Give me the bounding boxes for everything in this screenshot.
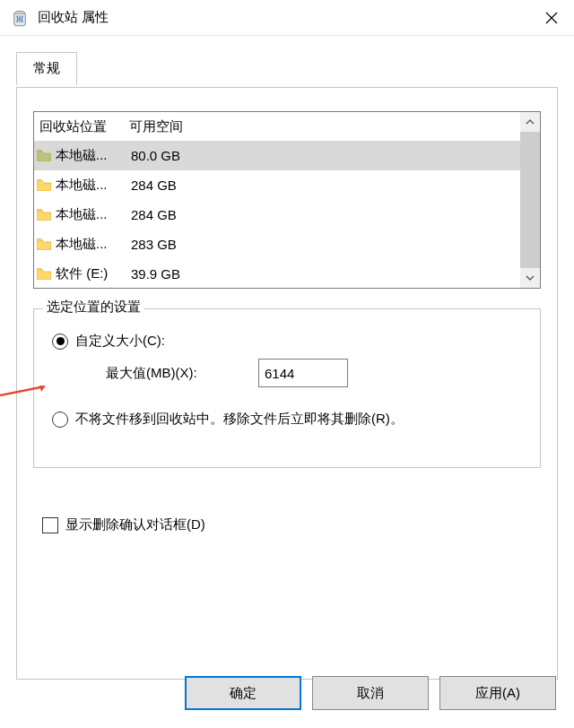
- table-row[interactable]: 本地磁...284 GB: [34, 200, 520, 230]
- row-space: 283 GB: [124, 237, 520, 252]
- scroll-thumb[interactable]: [520, 132, 540, 268]
- column-space[interactable]: 可用空间: [124, 118, 520, 135]
- row-name: 软件 (E:): [54, 265, 124, 282]
- radio-icon: [52, 334, 68, 350]
- row-space: 80.0 GB: [124, 148, 520, 163]
- row-space: 284 GB: [124, 207, 520, 222]
- radio-custom-size[interactable]: 自定义大小(C):: [52, 333, 527, 350]
- checkbox-confirm-label: 显示删除确认对话框(D): [65, 516, 205, 533]
- checkbox-icon: [42, 517, 58, 533]
- tab-divider: [16, 87, 558, 88]
- maxsize-row: 最大值(MB)(X):: [106, 359, 527, 387]
- drive-icon: [34, 150, 54, 161]
- row-space: 39.9 GB: [124, 266, 520, 282]
- tab-strip: 常规: [0, 36, 574, 88]
- table-row[interactable]: 软件 (E:)39.9 GB: [34, 259, 520, 288]
- checkbox-confirm-delete[interactable]: 显示删除确认对话框(D): [42, 516, 541, 533]
- window-title: 回收站 属性: [38, 9, 529, 26]
- row-name: 本地磁...: [54, 177, 124, 194]
- row-name: 本地磁...: [54, 147, 124, 164]
- maxsize-label: 最大值(MB)(X):: [106, 365, 258, 382]
- dialog-footer: 确定 取消 应用(A): [185, 676, 556, 710]
- drive-icon: [34, 268, 54, 280]
- close-icon: [545, 12, 558, 24]
- row-space: 284 GB: [124, 178, 520, 193]
- scrollbar[interactable]: [520, 112, 540, 288]
- apply-button[interactable]: 应用(A): [439, 676, 556, 710]
- scroll-down-button[interactable]: [520, 268, 540, 288]
- table-header: 回收站位置 可用空间: [34, 112, 520, 141]
- table-row[interactable]: 本地磁...284 GB: [34, 170, 520, 200]
- locations-table: 回收站位置 可用空间 本地磁...80.0 GB本地磁...284 GB本地磁.…: [33, 111, 541, 289]
- drive-icon: [34, 209, 54, 221]
- radio-no-recycle[interactable]: 不将文件移到回收站中。移除文件后立即将其删除(R)。: [52, 411, 527, 428]
- titlebar: 回收站 属性: [0, 0, 574, 36]
- tab-panel-general: 回收站位置 可用空间 本地磁...80.0 GB本地磁...284 GB本地磁.…: [16, 88, 558, 680]
- settings-groupbox: 选定位置的设置 自定义大小(C): 最大值(MB)(X): 不将文件移到回收站中…: [33, 308, 541, 468]
- row-name: 本地磁...: [54, 206, 124, 223]
- ok-button[interactable]: 确定: [185, 676, 301, 710]
- row-name: 本地磁...: [54, 236, 124, 253]
- recycle-bin-icon: [11, 9, 29, 27]
- maxsize-input[interactable]: [258, 359, 348, 387]
- table-row[interactable]: 本地磁...80.0 GB: [34, 141, 520, 170]
- close-button[interactable]: [529, 0, 574, 36]
- chevron-up-icon: [526, 117, 535, 126]
- scroll-up-button[interactable]: [520, 112, 540, 132]
- column-location[interactable]: 回收站位置: [34, 118, 124, 135]
- table-row[interactable]: 本地磁...283 GB: [34, 230, 520, 259]
- tab-general[interactable]: 常规: [16, 52, 77, 85]
- drive-icon: [34, 179, 54, 191]
- radio-no-recycle-label: 不将文件移到回收站中。移除文件后立即将其删除(R)。: [75, 411, 404, 428]
- radio-custom-label: 自定义大小(C):: [75, 333, 165, 350]
- drive-icon: [34, 238, 54, 250]
- groupbox-title: 选定位置的设置: [43, 299, 144, 316]
- cancel-button[interactable]: 取消: [312, 676, 429, 710]
- chevron-down-icon: [526, 273, 535, 282]
- radio-icon: [52, 412, 68, 428]
